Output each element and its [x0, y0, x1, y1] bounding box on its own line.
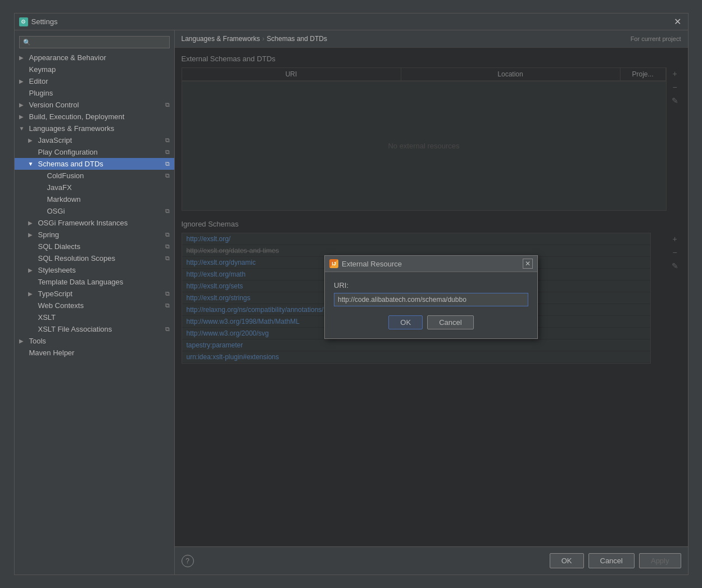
- settings-window: ⚙ Settings ✕ 🔍 ▶ Appearance & Behavior K…: [14, 13, 689, 575]
- modal-cancel-button[interactable]: Cancel: [427, 315, 473, 329]
- copy-icon: ⧉: [165, 243, 170, 250]
- modal-body: URI: OK Cancel: [325, 272, 537, 338]
- expand-icon: ▶: [28, 137, 37, 143]
- sidebar-item-label: Tools: [29, 337, 170, 345]
- breadcrumb-part2: Schemas and DTDs: [267, 35, 327, 43]
- modal-titlebar-left: IJ External Resource: [329, 259, 402, 268]
- sidebar-item-plugins[interactable]: Plugins: [15, 87, 174, 99]
- expand-icon: ▶: [19, 102, 28, 108]
- search-icon: 🔍: [23, 39, 31, 46]
- help-button[interactable]: ?: [182, 555, 194, 567]
- copy-icon: ⧉: [165, 255, 170, 262]
- sidebar-item-maven-helper[interactable]: Maven Helper: [15, 347, 174, 359]
- sidebar-item-markdown[interactable]: Markdown: [15, 193, 174, 205]
- modal-ok-button[interactable]: OK: [388, 315, 423, 329]
- sidebar-item-label: Keymap: [29, 65, 170, 74]
- sidebar-item-label: Maven Helper: [29, 349, 170, 357]
- expand-icon: ▶: [28, 220, 37, 226]
- right-panel: Languages & Frameworks › Schemas and DTD…: [175, 30, 688, 575]
- external-resource-modal: IJ External Resource ✕ URI: OK Cancel: [324, 255, 538, 339]
- sidebar-item-osgi-framework[interactable]: ▶ OSGi Framework Instances: [15, 217, 174, 229]
- sidebar-item-appearance[interactable]: ▶ Appearance & Behavior: [15, 52, 174, 64]
- expand-icon: ▶: [19, 55, 28, 61]
- modal-overlay: IJ External Resource ✕ URI: OK Cancel: [175, 48, 688, 546]
- sidebar-item-label: XSLT: [38, 313, 170, 322]
- copy-icon: ⧉: [165, 137, 170, 144]
- copy-icon: ⧉: [165, 172, 170, 179]
- sidebar-item-javafx[interactable]: JavaFX: [15, 182, 174, 193]
- copy-icon: ⧉: [165, 290, 170, 297]
- modal-close-button[interactable]: ✕: [523, 259, 533, 269]
- expand-icon: ▶: [28, 291, 37, 297]
- expand-icon: ▶: [19, 78, 28, 84]
- sidebar-item-coldfusion[interactable]: ColdFusion ⧉: [15, 170, 174, 182]
- search-box[interactable]: 🔍: [19, 36, 170, 48]
- expand-icon: ▶: [28, 267, 37, 273]
- sidebar-item-label: SQL Resolution Scopes: [38, 254, 163, 263]
- uri-label: URI:: [334, 281, 528, 290]
- sidebar-item-typescript[interactable]: ▶ TypeScript ⧉: [15, 288, 174, 300]
- collapse-icon: ▼: [28, 161, 37, 167]
- sidebar-item-version-control[interactable]: ▶ Version Control ⧉: [15, 99, 174, 111]
- copy-icon: ⧉: [165, 207, 170, 215]
- sidebar-item-stylesheets[interactable]: ▶ Stylesheets: [15, 264, 174, 276]
- sidebar-item-label: Markdown: [47, 195, 170, 203]
- titlebar: ⚙ Settings ✕: [15, 13, 688, 30]
- sidebar-item-label: JavaScript: [38, 136, 163, 144]
- sidebar-item-osgi[interactable]: OSGi ⧉: [15, 205, 174, 217]
- app-icon: ⚙: [19, 17, 28, 26]
- sidebar-item-label: Appearance & Behavior: [29, 53, 170, 62]
- modal-buttons: OK Cancel: [334, 315, 528, 329]
- sidebar-item-label: SQL Dialects: [38, 242, 163, 251]
- cancel-button[interactable]: Cancel: [588, 553, 635, 568]
- sidebar-item-label: Build, Execution, Deployment: [29, 112, 170, 121]
- sidebar-item-xslt[interactable]: XSLT: [15, 311, 174, 323]
- expand-icon: ▶: [19, 114, 28, 120]
- expand-icon: ▶: [28, 232, 37, 238]
- sidebar-item-label: XSLT File Associations: [38, 325, 163, 333]
- sidebar-item-javascript[interactable]: ▶ JavaScript ⧉: [15, 134, 174, 146]
- sidebar-item-label: TypeScript: [38, 290, 163, 298]
- sidebar-item-web-contexts[interactable]: Web Contexts ⧉: [15, 300, 174, 311]
- copy-icon: ⧉: [165, 325, 170, 333]
- sidebar-item-tools[interactable]: ▶ Tools: [15, 335, 174, 347]
- bottom-right-buttons: OK Cancel Apply: [550, 553, 681, 568]
- sidebar-item-label: Stylesheets: [38, 266, 170, 274]
- sidebar-item-keymap[interactable]: Keymap: [15, 64, 174, 75]
- sidebar-item-sql-resolution[interactable]: SQL Resolution Scopes ⧉: [15, 252, 174, 264]
- sidebar-item-label: Languages & Frameworks: [29, 124, 170, 133]
- modal-title: External Resource: [342, 260, 402, 268]
- copy-icon: ⧉: [165, 101, 170, 108]
- main-content: 🔍 ▶ Appearance & Behavior Keymap ▶ Edito…: [15, 30, 688, 575]
- sidebar-item-sql-dialects[interactable]: SQL Dialects ⧉: [15, 241, 174, 252]
- sidebar-item-label: ColdFusion: [47, 171, 163, 180]
- sidebar-item-label: JavaFX: [47, 183, 170, 192]
- uri-input[interactable]: [334, 293, 528, 306]
- search-input[interactable]: [33, 38, 166, 46]
- expand-icon: ▶: [19, 338, 28, 344]
- sidebar-item-schemas-dtds[interactable]: ▼ Schemas and DTDs ⧉: [15, 158, 174, 170]
- sidebar-item-label: Spring: [38, 230, 163, 239]
- close-icon[interactable]: ✕: [672, 16, 683, 28]
- sidebar-item-play-config[interactable]: Play Configuration ⧉: [15, 146, 174, 158]
- copy-icon: ⧉: [165, 160, 170, 168]
- ok-button[interactable]: OK: [550, 553, 584, 568]
- sidebar-item-label: Schemas and DTDs: [38, 160, 163, 168]
- sidebar-item-label: Template Data Languages: [38, 278, 170, 286]
- sidebar-item-label: Version Control: [29, 101, 163, 109]
- for-current-project-button[interactable]: For current project: [631, 35, 681, 42]
- sidebar-item-languages[interactable]: ▼ Languages & Frameworks: [15, 123, 174, 134]
- breadcrumb-sep: ›: [262, 35, 265, 43]
- sidebar-item-label: Plugins: [29, 89, 170, 97]
- sidebar-item-editor[interactable]: ▶ Editor: [15, 75, 174, 87]
- sidebar-item-template-data[interactable]: Template Data Languages: [15, 276, 174, 288]
- sidebar-item-label: Play Configuration: [38, 148, 163, 156]
- sidebar-item-xslt-file-assoc[interactable]: XSLT File Associations ⧉: [15, 323, 174, 335]
- sidebar-item-build[interactable]: ▶ Build, Execution, Deployment: [15, 111, 174, 123]
- modal-app-icon: IJ: [329, 259, 338, 268]
- sidebar-item-label: Editor: [29, 77, 170, 85]
- copy-icon: ⧉: [165, 148, 170, 156]
- titlebar-left: ⚙ Settings: [19, 17, 58, 26]
- apply-button[interactable]: Apply: [639, 553, 681, 568]
- sidebar-item-spring[interactable]: ▶ Spring ⧉: [15, 229, 174, 241]
